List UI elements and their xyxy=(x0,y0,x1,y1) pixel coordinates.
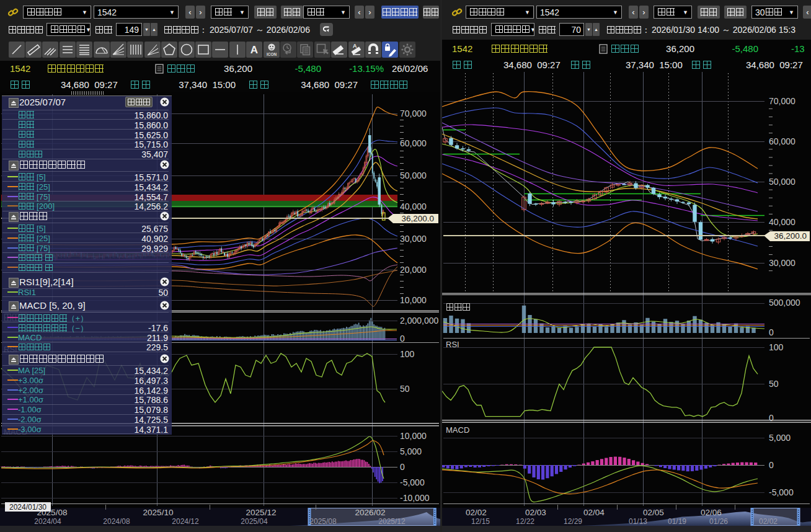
svg-text:2026/02: 2026/02 xyxy=(355,508,386,517)
svg-text:36,200.0: 36,200.0 xyxy=(401,214,434,223)
svg-text:0: 0 xyxy=(400,334,405,344)
svg-text:70,000: 70,000 xyxy=(400,109,427,118)
svg-text:10,000: 10,000 xyxy=(400,295,427,305)
svg-text:2024/01/30: 2024/01/30 xyxy=(9,503,47,512)
svg-text:40,000: 40,000 xyxy=(400,202,427,211)
svg-text:-5,000: -5,000 xyxy=(769,487,794,497)
svg-text:02/04: 02/04 xyxy=(583,508,605,517)
svg-text:0: 0 xyxy=(769,460,774,470)
svg-text:02/05: 02/05 xyxy=(643,508,664,517)
svg-text:01/26: 01/26 xyxy=(709,517,728,526)
svg-text:02/06: 02/06 xyxy=(701,508,722,517)
svg-text:02/02: 02/02 xyxy=(759,517,778,526)
svg-text:A: A xyxy=(353,43,357,49)
svg-text:12/15: 12/15 xyxy=(471,517,490,526)
svg-text:2024/12: 2024/12 xyxy=(172,517,199,526)
svg-text:A: A xyxy=(250,44,258,56)
svg-text:02/03: 02/03 xyxy=(525,508,546,517)
svg-text:50: 50 xyxy=(769,379,779,389)
svg-text:2024/04: 2024/04 xyxy=(34,517,61,526)
svg-text:2025/12: 2025/12 xyxy=(246,508,277,517)
svg-text:-5,000: -5,000 xyxy=(400,477,425,487)
svg-text:30,000: 30,000 xyxy=(400,234,427,244)
svg-text:01/13: 01/13 xyxy=(629,517,647,526)
svg-text:12/29: 12/29 xyxy=(564,517,582,526)
svg-text:2,000,000: 2,000,000 xyxy=(400,316,438,326)
svg-text:100: 100 xyxy=(400,349,415,359)
svg-text:50: 50 xyxy=(400,384,410,394)
svg-text:10,000: 10,000 xyxy=(400,431,427,441)
svg-text:50,000: 50,000 xyxy=(769,177,795,187)
svg-text:5,000: 5,000 xyxy=(769,433,791,443)
svg-text:01/19: 01/19 xyxy=(668,517,686,526)
svg-text:2025/04: 2025/04 xyxy=(241,517,268,526)
svg-text:30,000: 30,000 xyxy=(769,258,795,268)
svg-text:500,000: 500,000 xyxy=(769,298,800,308)
svg-text:-10,000: -10,000 xyxy=(400,493,430,503)
svg-text:2025/10: 2025/10 xyxy=(143,508,174,517)
svg-text:70,000: 70,000 xyxy=(769,96,795,106)
svg-text:2024/08: 2024/08 xyxy=(103,517,130,526)
svg-text:36,200.0: 36,200.0 xyxy=(774,231,807,241)
svg-text:60,000: 60,000 xyxy=(400,138,427,148)
svg-text:40,000: 40,000 xyxy=(769,217,795,227)
svg-text:0: 0 xyxy=(400,462,405,472)
svg-text:20,000: 20,000 xyxy=(400,265,427,275)
svg-text:02/02: 02/02 xyxy=(466,508,487,517)
svg-text:100: 100 xyxy=(769,342,784,352)
svg-text:2025/08: 2025/08 xyxy=(309,517,337,526)
svg-text:60,000: 60,000 xyxy=(769,136,795,146)
svg-text:12/22: 12/22 xyxy=(516,517,534,526)
svg-text:0: 0 xyxy=(769,413,774,423)
svg-text:50,000: 50,000 xyxy=(400,171,427,180)
svg-text:0: 0 xyxy=(769,327,774,337)
svg-text:ICON: ICON xyxy=(266,52,277,56)
svg-text:5,000: 5,000 xyxy=(400,446,422,456)
svg-text:2025/12: 2025/12 xyxy=(378,517,406,526)
